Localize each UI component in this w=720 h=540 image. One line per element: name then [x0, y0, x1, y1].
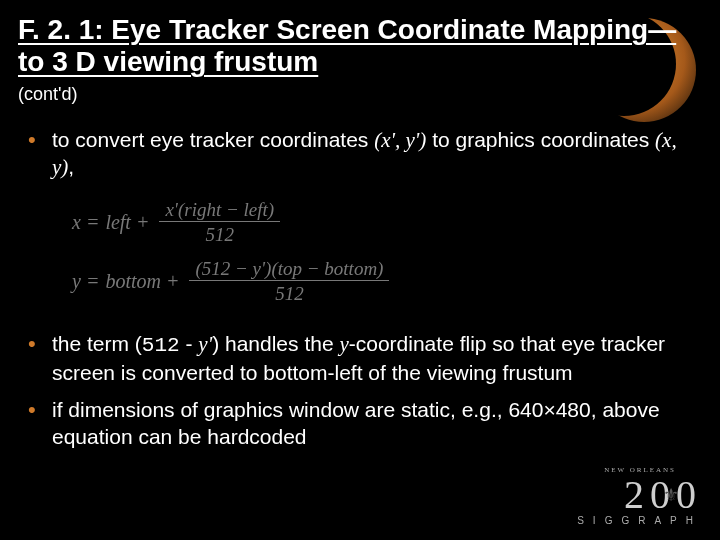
equation-x: x = left + x'(right − left) 512 — [72, 199, 702, 246]
year-digits: 200 — [624, 472, 702, 517]
eq-base: bottom + — [105, 270, 179, 293]
bullet-2: the term (512 - y') handles the y-coordi… — [24, 331, 702, 387]
literal-512: 512 — [142, 334, 180, 357]
text: - — [180, 332, 199, 355]
var-y: y — [339, 332, 348, 356]
fleur-de-lis-icon: ⚜ — [663, 487, 685, 503]
text: , — [68, 155, 74, 178]
equation-y: y = bottom + (512 − y')(top − bottom) 51… — [72, 258, 702, 305]
footer-year: NEW ORLEANS 200 ⚜ — [577, 477, 702, 513]
bullet-3: if dimensions of graphics window are sta… — [24, 397, 702, 451]
denominator: 512 — [269, 281, 310, 305]
bullet-1: to convert eye tracker coordinates (x', … — [24, 127, 702, 181]
eq-lhs: y = — [72, 270, 99, 293]
slide-subtitle: (cont'd) — [18, 84, 702, 105]
bullet-list: to convert eye tracker coordinates (x', … — [18, 127, 702, 181]
denominator: 512 — [200, 222, 241, 246]
bullet-list-2: the term (512 - y') handles the y-coordi… — [18, 331, 702, 451]
footer-siggraph: SIGGRAPH — [577, 515, 702, 526]
numerator: x'(right − left) — [159, 199, 280, 222]
var-yprime: y' — [198, 332, 212, 356]
numerator: (512 − y')(top − bottom) — [189, 258, 389, 281]
text: ) handles the — [212, 332, 339, 355]
slide-title: F. 2. 1: Eye Tracker Screen Coordinate M… — [18, 14, 702, 78]
eq-base: left + — [105, 211, 149, 234]
text: the term ( — [52, 332, 142, 355]
coord-xprime-yprime: (x', y') — [374, 128, 426, 152]
footer-logo: NEW ORLEANS 200 ⚜ SIGGRAPH — [577, 477, 702, 526]
text: to graphics coordinates — [426, 128, 655, 151]
equations-block: x = left + x'(right − left) 512 y = bott… — [72, 199, 702, 305]
footer-neworleans: NEW ORLEANS — [604, 467, 676, 473]
text: to convert eye tracker coordinates — [52, 128, 374, 151]
slide: F. 2. 1: Eye Tracker Screen Coordinate M… — [0, 0, 720, 540]
eq-lhs: x = — [72, 211, 99, 234]
fraction: (512 − y')(top − bottom) 512 — [189, 258, 389, 305]
fraction: x'(right − left) 512 — [159, 199, 280, 246]
